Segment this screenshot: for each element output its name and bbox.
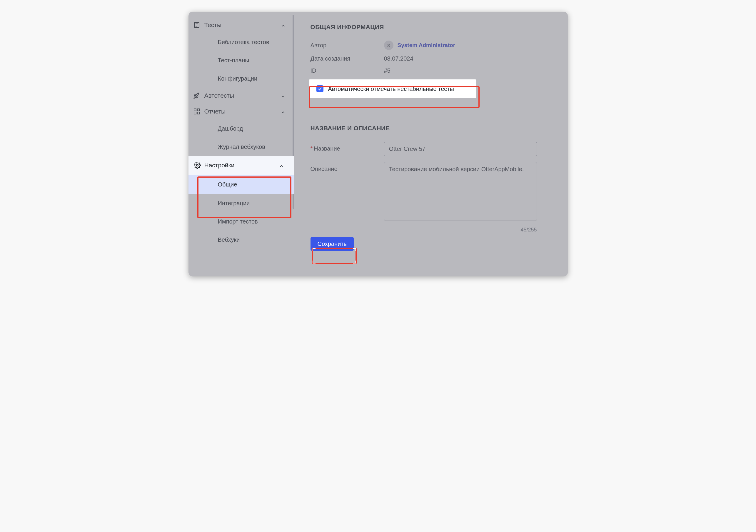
created-row: Дата создания 08.07.2024 — [310, 55, 550, 62]
description-row: Описание — [310, 162, 550, 221]
description-textarea[interactable] — [384, 162, 537, 221]
svg-rect-5 — [197, 109, 199, 111]
nav-reports[interactable]: Отчеты — [188, 103, 294, 120]
nav-configurations[interactable]: Конфигурации — [188, 69, 294, 88]
nav-webhook-log[interactable]: Журнал вебхуков — [188, 138, 294, 156]
author-row: Автор S System Administrator — [310, 40, 550, 50]
chevron-up-icon — [281, 109, 285, 114]
svg-rect-7 — [197, 112, 199, 114]
nav-webhooks[interactable]: Вебхуки — [188, 230, 294, 249]
id-label: ID — [310, 67, 384, 74]
created-value: 08.07.2024 — [384, 55, 414, 62]
nav-dashboard[interactable]: Дашборд — [188, 120, 294, 138]
nav-test-library[interactable]: Библиотека тестов — [188, 33, 294, 51]
nav-tests-label: Тесты — [204, 21, 222, 29]
auto-flaky-label: Автоматически отмечать нестабильные тест… — [328, 86, 454, 92]
general-info-heading: ОБЩАЯ ИНФОРМАЦИЯ — [310, 23, 550, 31]
name-desc-heading: НАЗВАНИЕ И ОПИСАНИЕ — [310, 125, 550, 132]
rocket-icon — [193, 92, 200, 99]
name-input[interactable] — [384, 142, 537, 156]
dashboard-icon — [193, 108, 200, 115]
svg-point-8 — [197, 164, 198, 166]
description-char-count: 45/255 — [310, 227, 537, 233]
main-content: ОБЩАЯ ИНФОРМАЦИЯ Автор S System Administ… — [294, 12, 568, 277]
nav-reports-label: Отчеты — [204, 108, 226, 115]
app-window: Тесты Библиотека тестов Тест-планы Конфи… — [188, 12, 568, 277]
nav-import-tests[interactable]: Импорт тестов — [188, 212, 294, 230]
nav-settings[interactable]: Настройки — [188, 156, 294, 175]
gear-icon — [194, 162, 201, 169]
checkbox-checked-icon[interactable] — [316, 85, 323, 92]
svg-rect-6 — [194, 112, 196, 114]
author-label: Автор — [310, 42, 384, 49]
sidebar: Тесты Библиотека тестов Тест-планы Конфи… — [188, 12, 294, 277]
author-link[interactable]: System Administrator — [397, 42, 455, 48]
chevron-down-icon — [281, 93, 285, 98]
author-avatar: S — [384, 40, 393, 50]
nav-autotests-label: Автотесты — [204, 92, 234, 99]
nav-integrations[interactable]: Интеграции — [188, 194, 294, 212]
nav-settings-general[interactable]: Общие — [188, 175, 294, 194]
nav-tests[interactable]: Тесты — [188, 17, 294, 33]
auto-flaky-checkbox-row[interactable]: Автоматически отмечать нестабильные тест… — [309, 79, 476, 98]
svg-rect-4 — [194, 109, 196, 111]
chevron-up-icon — [281, 23, 285, 27]
nav-settings-label: Настройки — [204, 162, 235, 169]
id-value: #5 — [384, 67, 391, 74]
name-row: *Название — [310, 142, 550, 156]
nav-autotests[interactable]: Автотесты — [188, 88, 294, 103]
description-label: Описание — [310, 162, 384, 172]
chevron-up-icon — [279, 163, 284, 168]
save-button[interactable]: Сохранить — [310, 237, 354, 251]
created-label: Дата создания — [310, 55, 384, 62]
nav-test-plans[interactable]: Тест-планы — [188, 51, 294, 69]
id-row: ID #5 — [310, 67, 550, 74]
document-icon — [193, 21, 200, 29]
name-label: *Название — [310, 142, 384, 152]
